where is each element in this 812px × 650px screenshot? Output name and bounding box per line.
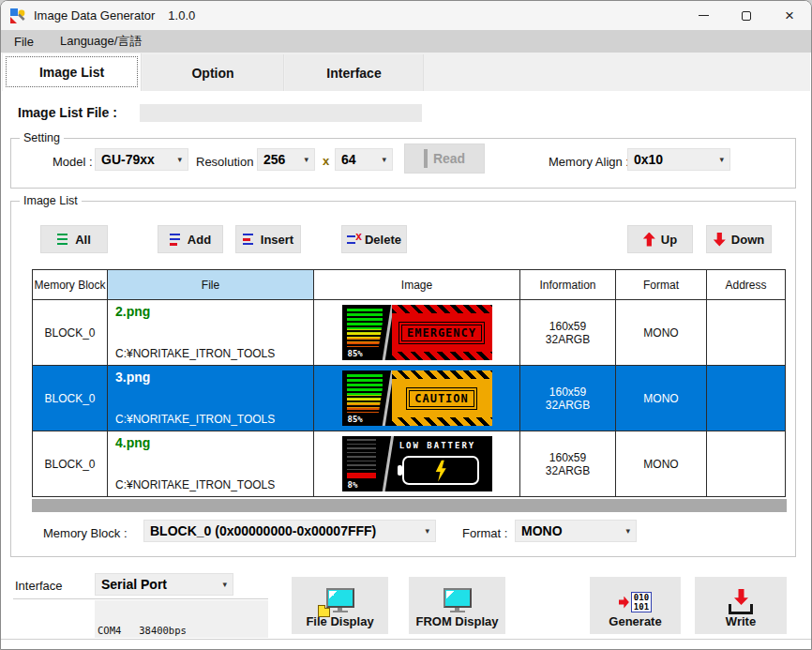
down-button-label: Down [731, 233, 764, 247]
col-information[interactable]: Information [520, 270, 616, 300]
model-value: GU-79xx [101, 152, 173, 167]
maximize-icon [742, 11, 751, 21]
cell-format: MONO [616, 431, 707, 497]
add-button[interactable]: Add [158, 225, 223, 253]
read-button-label: Read [433, 151, 465, 166]
image-list-file-label: Image List File : [18, 105, 117, 120]
cell-image: 85% CAUTION [314, 366, 520, 431]
divider [13, 598, 268, 599]
delete-row-icon: x [347, 234, 359, 246]
cell-information: 160x59 32ARGB [520, 300, 616, 366]
gauge-percent: 85% [348, 415, 363, 424]
cell-address [707, 300, 786, 366]
col-image[interactable]: Image [314, 270, 520, 300]
resolution-width-select[interactable]: 256 ▾ [257, 148, 315, 171]
com-settings-text: COM4 38400bps DATA=8 STOP=1 PRTY=NONE HS… [95, 600, 268, 638]
insert-button-label: Insert [261, 233, 293, 247]
all-button[interactable]: All [40, 225, 108, 253]
cell-address [707, 366, 786, 431]
maximize-button[interactable] [725, 1, 768, 30]
tab-image-list[interactable]: Image List [3, 53, 142, 91]
col-format[interactable]: Format [616, 270, 707, 300]
memory-block-value: BLOCK_0 (0x00000000-0x00007FFF) [150, 523, 421, 538]
model-label: Model : [53, 155, 93, 169]
setting-group-label: Setting [20, 131, 64, 144]
from-display-button[interactable]: FROM Display [409, 577, 505, 634]
battery-icon [402, 456, 479, 485]
chevron-down-icon: ▾ [222, 580, 227, 589]
up-button[interactable]: Up [627, 225, 693, 253]
memory-align-value: 0x10 [634, 152, 715, 167]
menu-file[interactable]: File [1, 32, 47, 52]
tab-interface-label: Interface [326, 66, 381, 81]
file-path: C:¥NORITAKE_ITRON_TOOLS [115, 413, 306, 426]
generate-icon: 010101 [619, 592, 652, 612]
format-select[interactable]: MONO ▾ [515, 520, 637, 542]
table-row[interactable]: BLOCK_0 4.png C:¥NORITAKE_ITRON_TOOLS 8%… [33, 431, 786, 497]
tab-interface[interactable]: Interface [285, 54, 424, 91]
cell-format: MONO [616, 366, 707, 431]
resolution-width-value: 256 [263, 152, 300, 167]
cell-memory-block: BLOCK_0 [33, 300, 108, 366]
generate-button[interactable]: 010101 Generate [590, 577, 681, 634]
resolution-separator: x [323, 154, 329, 168]
image-list-file-input[interactable] [140, 104, 422, 122]
memory-block-select[interactable]: BLOCK_0 (0x00000000-0x00007FFF) ▾ [143, 520, 436, 542]
delete-button[interactable]: x Delete [341, 225, 407, 253]
tab-focus-rect [6, 56, 138, 87]
level-gauge [347, 374, 383, 413]
add-button-label: Add [188, 233, 211, 247]
chevron-down-icon: ▾ [382, 155, 386, 164]
read-button[interactable]: Read [404, 144, 485, 174]
delete-button-label: Delete [365, 233, 401, 247]
chevron-down-icon: ▾ [304, 155, 308, 164]
gauge-percent: 8% [348, 480, 358, 490]
monitor-icon [424, 151, 428, 166]
model-select[interactable]: GU-79xx ▾ [95, 148, 188, 171]
minimize-button[interactable] [682, 1, 725, 30]
arrow-up-icon [643, 233, 655, 247]
col-address[interactable]: Address [707, 270, 786, 300]
generate-label: Generate [609, 614, 661, 628]
lightning-bolt-icon [433, 460, 447, 481]
window-title: Image Data Generator [34, 8, 155, 23]
from-display-icon [444, 588, 472, 612]
cell-image: 8% LOW BATTERY [314, 431, 520, 497]
cell-information: 160x59 32ARGB [520, 366, 616, 431]
file-display-button[interactable]: File Display [292, 577, 388, 634]
write-button[interactable]: Write [695, 577, 787, 634]
level-gauge [347, 309, 383, 347]
table-row[interactable]: BLOCK_0 2.png C:¥NORITAKE_ITRON_TOOLS 85… [33, 300, 786, 366]
col-file[interactable]: File [108, 270, 314, 300]
insert-button[interactable]: Insert [235, 225, 301, 253]
sign-text: EMERGENCY [401, 325, 482, 341]
gauge-percent: 85% [348, 349, 363, 358]
app-icon [9, 8, 26, 24]
interface-select[interactable]: Serial Port ▾ [95, 573, 233, 596]
memory-align-select[interactable]: 0x10 ▾ [627, 148, 730, 171]
tab-option[interactable]: Option [143, 54, 284, 91]
col-memory-block[interactable]: Memory Block [33, 270, 108, 300]
format-label: Format : [462, 526, 507, 540]
chevron-down-icon: ▾ [625, 526, 630, 536]
write-label: Write [726, 614, 756, 628]
file-name: 4.png [115, 435, 306, 450]
title-bar: Image Data Generator 1.0.0 × [1, 1, 811, 30]
add-row-icon [170, 234, 182, 246]
close-icon: × [785, 8, 794, 23]
divider [1, 639, 812, 640]
cell-file: 3.png C:¥NORITAKE_ITRON_TOOLS [108, 366, 314, 431]
from-display-label: FROM Display [415, 614, 498, 628]
up-button-label: Up [661, 233, 677, 247]
battery-title: LOW BATTERY [387, 441, 489, 450]
down-button[interactable]: Down [706, 225, 772, 253]
table-row-selected[interactable]: BLOCK_0 3.png C:¥NORITAKE_ITRON_TOOLS 85… [33, 366, 786, 431]
image-thumbnail-caution: 85% CAUTION [342, 370, 492, 426]
resolution-height-select[interactable]: 64 ▾ [335, 148, 393, 171]
close-button[interactable]: × [768, 1, 811, 30]
cell-format: MONO [616, 300, 707, 366]
menu-bar: File Language/言語 [1, 30, 811, 53]
menu-language[interactable]: Language/言語 [47, 30, 155, 53]
horizontal-scrollbar[interactable] [32, 499, 787, 512]
minimize-icon [699, 15, 709, 16]
